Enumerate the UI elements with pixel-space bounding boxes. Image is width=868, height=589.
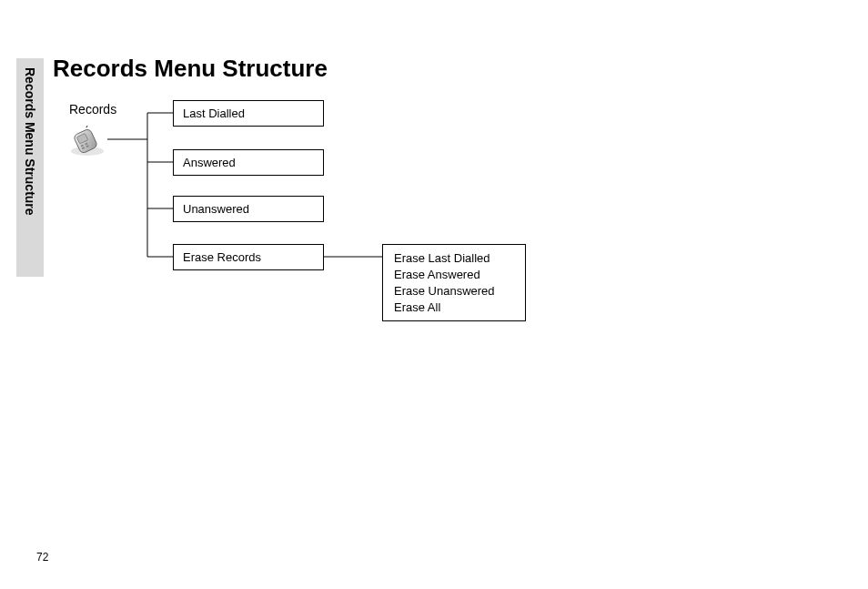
page-number: 72 — [36, 551, 48, 564]
menu-item-last-dialled: Last Dialled — [173, 100, 324, 127]
submenu-item: Erase Last Dialled — [394, 251, 514, 265]
page-title: Records Menu Structure — [53, 55, 328, 83]
phone-icon — [67, 126, 107, 160]
menu-item-label: Unanswered — [183, 202, 249, 216]
menu-item-answered: Answered — [173, 149, 324, 176]
side-tab: Records Menu Structure — [16, 58, 44, 277]
menu-item-label: Answered — [183, 156, 236, 169]
root-menu-label: Records — [69, 102, 116, 117]
menu-item-label: Erase Records — [183, 250, 261, 264]
menu-item-label: Last Dialled — [183, 107, 245, 120]
submenu-item: Erase Unanswered — [394, 284, 514, 298]
menu-item-unanswered: Unanswered — [173, 196, 324, 222]
submenu-item: Erase All — [394, 300, 514, 314]
svg-line-7 — [85, 126, 90, 127]
submenu-item: Erase Answered — [394, 268, 514, 281]
submenu-erase-records: Erase Last Dialled Erase Answered Erase … — [382, 244, 526, 321]
menu-item-erase-records: Erase Records — [173, 244, 324, 270]
side-tab-label: Records Menu Structure — [23, 67, 37, 216]
